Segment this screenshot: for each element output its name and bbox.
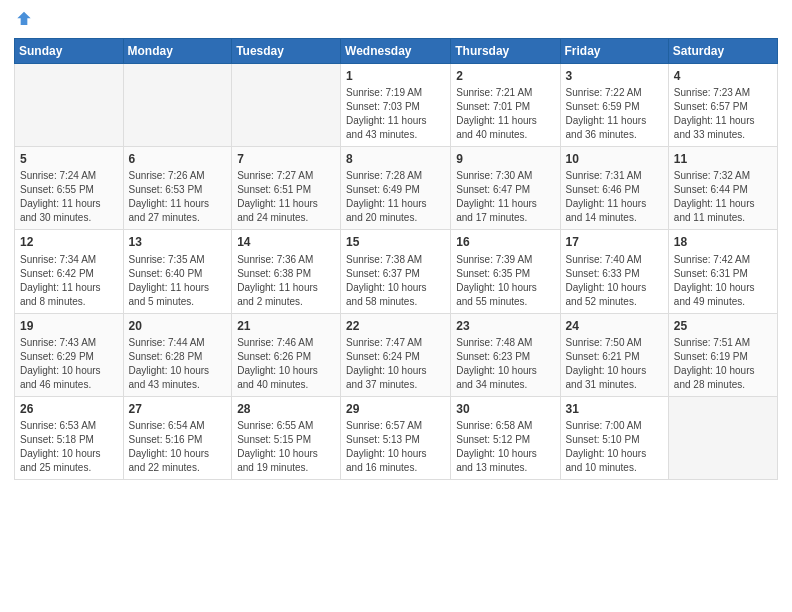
day-info: Sunrise: 7:28 AM Sunset: 6:49 PM Dayligh… bbox=[346, 169, 445, 225]
day-info: Sunrise: 7:34 AM Sunset: 6:42 PM Dayligh… bbox=[20, 253, 118, 309]
day-info: Sunrise: 7:38 AM Sunset: 6:37 PM Dayligh… bbox=[346, 253, 445, 309]
day-cell-18: 18Sunrise: 7:42 AM Sunset: 6:31 PM Dayli… bbox=[668, 230, 777, 313]
day-number: 13 bbox=[129, 234, 227, 250]
day-number: 22 bbox=[346, 318, 445, 334]
day-info: Sunrise: 7:31 AM Sunset: 6:46 PM Dayligh… bbox=[566, 169, 663, 225]
day-number: 10 bbox=[566, 151, 663, 167]
day-cell-11: 11Sunrise: 7:32 AM Sunset: 6:44 PM Dayli… bbox=[668, 147, 777, 230]
week-row-1: 1Sunrise: 7:19 AM Sunset: 7:03 PM Daylig… bbox=[15, 64, 778, 147]
svg-marker-0 bbox=[17, 12, 30, 25]
day-number: 7 bbox=[237, 151, 335, 167]
day-number: 11 bbox=[674, 151, 772, 167]
weekday-monday: Monday bbox=[123, 39, 232, 64]
day-cell-24: 24Sunrise: 7:50 AM Sunset: 6:21 PM Dayli… bbox=[560, 313, 668, 396]
day-cell-14: 14Sunrise: 7:36 AM Sunset: 6:38 PM Dayli… bbox=[232, 230, 341, 313]
week-row-4: 19Sunrise: 7:43 AM Sunset: 6:29 PM Dayli… bbox=[15, 313, 778, 396]
day-number: 20 bbox=[129, 318, 227, 334]
day-number: 31 bbox=[566, 401, 663, 417]
day-number: 8 bbox=[346, 151, 445, 167]
weekday-header-row: SundayMondayTuesdayWednesdayThursdayFrid… bbox=[15, 39, 778, 64]
day-cell-27: 27Sunrise: 6:54 AM Sunset: 5:16 PM Dayli… bbox=[123, 396, 232, 479]
day-info: Sunrise: 7:23 AM Sunset: 6:57 PM Dayligh… bbox=[674, 86, 772, 142]
day-info: Sunrise: 7:47 AM Sunset: 6:24 PM Dayligh… bbox=[346, 336, 445, 392]
day-info: Sunrise: 7:21 AM Sunset: 7:01 PM Dayligh… bbox=[456, 86, 554, 142]
day-info: Sunrise: 7:30 AM Sunset: 6:47 PM Dayligh… bbox=[456, 169, 554, 225]
day-info: Sunrise: 7:00 AM Sunset: 5:10 PM Dayligh… bbox=[566, 419, 663, 475]
day-number: 27 bbox=[129, 401, 227, 417]
day-cell-29: 29Sunrise: 6:57 AM Sunset: 5:13 PM Dayli… bbox=[341, 396, 451, 479]
day-info: Sunrise: 6:58 AM Sunset: 5:12 PM Dayligh… bbox=[456, 419, 554, 475]
day-number: 1 bbox=[346, 68, 445, 84]
day-number: 3 bbox=[566, 68, 663, 84]
logo-icon bbox=[14, 10, 34, 30]
day-cell-7: 7Sunrise: 7:27 AM Sunset: 6:51 PM Daylig… bbox=[232, 147, 341, 230]
day-info: Sunrise: 7:26 AM Sunset: 6:53 PM Dayligh… bbox=[129, 169, 227, 225]
day-info: Sunrise: 7:19 AM Sunset: 7:03 PM Dayligh… bbox=[346, 86, 445, 142]
day-cell-9: 9Sunrise: 7:30 AM Sunset: 6:47 PM Daylig… bbox=[451, 147, 560, 230]
day-number: 14 bbox=[237, 234, 335, 250]
empty-cell bbox=[232, 64, 341, 147]
day-cell-12: 12Sunrise: 7:34 AM Sunset: 6:42 PM Dayli… bbox=[15, 230, 124, 313]
weekday-thursday: Thursday bbox=[451, 39, 560, 64]
logo bbox=[14, 10, 38, 30]
day-number: 23 bbox=[456, 318, 554, 334]
day-number: 15 bbox=[346, 234, 445, 250]
week-row-3: 12Sunrise: 7:34 AM Sunset: 6:42 PM Dayli… bbox=[15, 230, 778, 313]
day-cell-30: 30Sunrise: 6:58 AM Sunset: 5:12 PM Dayli… bbox=[451, 396, 560, 479]
calendar: SundayMondayTuesdayWednesdayThursdayFrid… bbox=[14, 38, 778, 480]
day-cell-16: 16Sunrise: 7:39 AM Sunset: 6:35 PM Dayli… bbox=[451, 230, 560, 313]
day-info: Sunrise: 7:48 AM Sunset: 6:23 PM Dayligh… bbox=[456, 336, 554, 392]
weekday-saturday: Saturday bbox=[668, 39, 777, 64]
day-number: 25 bbox=[674, 318, 772, 334]
day-info: Sunrise: 6:54 AM Sunset: 5:16 PM Dayligh… bbox=[129, 419, 227, 475]
day-number: 4 bbox=[674, 68, 772, 84]
day-number: 17 bbox=[566, 234, 663, 250]
day-info: Sunrise: 7:42 AM Sunset: 6:31 PM Dayligh… bbox=[674, 253, 772, 309]
day-cell-25: 25Sunrise: 7:51 AM Sunset: 6:19 PM Dayli… bbox=[668, 313, 777, 396]
day-info: Sunrise: 7:40 AM Sunset: 6:33 PM Dayligh… bbox=[566, 253, 663, 309]
day-cell-26: 26Sunrise: 6:53 AM Sunset: 5:18 PM Dayli… bbox=[15, 396, 124, 479]
empty-cell bbox=[668, 396, 777, 479]
weekday-wednesday: Wednesday bbox=[341, 39, 451, 64]
page-container: SundayMondayTuesdayWednesdayThursdayFrid… bbox=[0, 0, 792, 488]
day-number: 19 bbox=[20, 318, 118, 334]
day-cell-19: 19Sunrise: 7:43 AM Sunset: 6:29 PM Dayli… bbox=[15, 313, 124, 396]
day-info: Sunrise: 7:36 AM Sunset: 6:38 PM Dayligh… bbox=[237, 253, 335, 309]
week-row-2: 5Sunrise: 7:24 AM Sunset: 6:55 PM Daylig… bbox=[15, 147, 778, 230]
day-info: Sunrise: 6:53 AM Sunset: 5:18 PM Dayligh… bbox=[20, 419, 118, 475]
day-info: Sunrise: 7:44 AM Sunset: 6:28 PM Dayligh… bbox=[129, 336, 227, 392]
day-cell-2: 2Sunrise: 7:21 AM Sunset: 7:01 PM Daylig… bbox=[451, 64, 560, 147]
day-info: Sunrise: 7:39 AM Sunset: 6:35 PM Dayligh… bbox=[456, 253, 554, 309]
day-info: Sunrise: 7:35 AM Sunset: 6:40 PM Dayligh… bbox=[129, 253, 227, 309]
day-number: 2 bbox=[456, 68, 554, 84]
header bbox=[14, 10, 778, 30]
day-cell-15: 15Sunrise: 7:38 AM Sunset: 6:37 PM Dayli… bbox=[341, 230, 451, 313]
day-number: 6 bbox=[129, 151, 227, 167]
day-number: 26 bbox=[20, 401, 118, 417]
week-row-5: 26Sunrise: 6:53 AM Sunset: 5:18 PM Dayli… bbox=[15, 396, 778, 479]
day-info: Sunrise: 6:57 AM Sunset: 5:13 PM Dayligh… bbox=[346, 419, 445, 475]
day-cell-23: 23Sunrise: 7:48 AM Sunset: 6:23 PM Dayli… bbox=[451, 313, 560, 396]
day-number: 5 bbox=[20, 151, 118, 167]
day-info: Sunrise: 7:32 AM Sunset: 6:44 PM Dayligh… bbox=[674, 169, 772, 225]
day-number: 9 bbox=[456, 151, 554, 167]
day-info: Sunrise: 7:24 AM Sunset: 6:55 PM Dayligh… bbox=[20, 169, 118, 225]
day-cell-28: 28Sunrise: 6:55 AM Sunset: 5:15 PM Dayli… bbox=[232, 396, 341, 479]
day-number: 12 bbox=[20, 234, 118, 250]
day-number: 28 bbox=[237, 401, 335, 417]
empty-cell bbox=[15, 64, 124, 147]
day-cell-17: 17Sunrise: 7:40 AM Sunset: 6:33 PM Dayli… bbox=[560, 230, 668, 313]
day-number: 21 bbox=[237, 318, 335, 334]
weekday-sunday: Sunday bbox=[15, 39, 124, 64]
weekday-tuesday: Tuesday bbox=[232, 39, 341, 64]
day-cell-13: 13Sunrise: 7:35 AM Sunset: 6:40 PM Dayli… bbox=[123, 230, 232, 313]
day-info: Sunrise: 7:27 AM Sunset: 6:51 PM Dayligh… bbox=[237, 169, 335, 225]
day-number: 16 bbox=[456, 234, 554, 250]
day-info: Sunrise: 6:55 AM Sunset: 5:15 PM Dayligh… bbox=[237, 419, 335, 475]
day-info: Sunrise: 7:46 AM Sunset: 6:26 PM Dayligh… bbox=[237, 336, 335, 392]
day-cell-20: 20Sunrise: 7:44 AM Sunset: 6:28 PM Dayli… bbox=[123, 313, 232, 396]
day-cell-10: 10Sunrise: 7:31 AM Sunset: 6:46 PM Dayli… bbox=[560, 147, 668, 230]
day-number: 30 bbox=[456, 401, 554, 417]
day-info: Sunrise: 7:51 AM Sunset: 6:19 PM Dayligh… bbox=[674, 336, 772, 392]
empty-cell bbox=[123, 64, 232, 147]
